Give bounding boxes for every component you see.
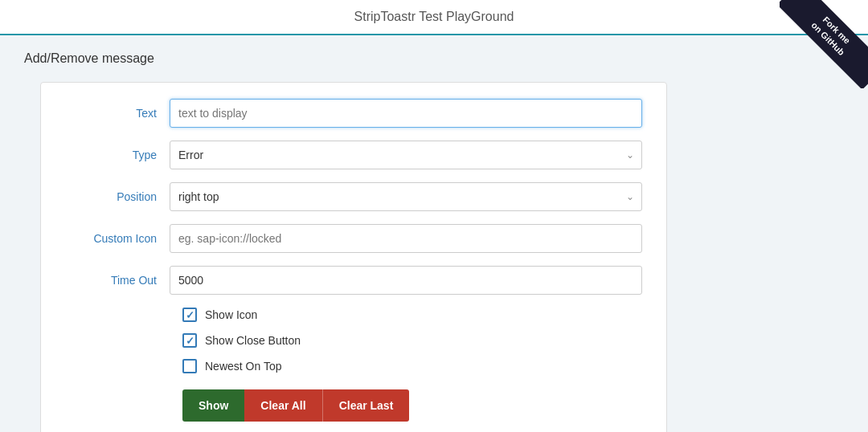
show-icon-checkmark: ✓ [186, 310, 194, 320]
type-row: Type Error Warning Success Info ⌄ [65, 141, 642, 169]
show-icon-label: Show Icon [205, 308, 257, 321]
newest-on-top-row: Newest On Top [182, 359, 642, 373]
show-close-row: ✓ Show Close Button [182, 333, 642, 348]
form-area: Text Type Error Warning Success Info ⌄ P… [40, 82, 667, 432]
newest-on-top-label: Newest On Top [205, 360, 281, 373]
clear-all-button[interactable]: Clear All [244, 389, 321, 422]
timeout-label: Time Out [65, 274, 170, 287]
fork-ribbon[interactable]: Fork meon GitHub [780, 0, 868, 88]
page-title: StripToastr Test PlayGround [354, 10, 514, 23]
position-label: Position [65, 190, 170, 203]
position-select-wrapper: right top right bottom left top left bot… [170, 182, 642, 211]
timeout-row: Time Out [65, 266, 642, 295]
buttons-row: Show Clear All Clear Last [182, 389, 642, 422]
text-row: Text [65, 99, 642, 128]
show-close-checkbox[interactable]: ✓ [182, 333, 197, 348]
type-select[interactable]: Error Warning Success Info [170, 141, 642, 169]
custom-icon-row: Custom Icon [65, 224, 642, 253]
type-select-wrapper: Error Warning Success Info ⌄ [170, 141, 642, 169]
show-close-checkmark: ✓ [186, 336, 194, 346]
newest-on-top-checkbox[interactable] [182, 359, 197, 373]
type-label: Type [65, 149, 170, 161]
custom-icon-label: Custom Icon [65, 232, 170, 245]
text-label: Text [65, 107, 170, 120]
clear-last-button[interactable]: Clear Last [322, 389, 410, 422]
position-select[interactable]: right top right bottom left top left bot… [170, 182, 642, 211]
show-icon-row: ✓ Show Icon [182, 308, 642, 322]
show-icon-checkbox[interactable]: ✓ [182, 308, 197, 322]
show-button[interactable]: Show [182, 389, 244, 422]
main-content: Add/Remove message Text Type Error Warni… [0, 35, 868, 432]
text-input[interactable] [170, 99, 642, 128]
position-row: Position right top right bottom left top… [65, 182, 642, 211]
timeout-input[interactable] [170, 266, 642, 295]
fork-ribbon-label: Fork meon GitHub [780, 0, 868, 88]
custom-icon-input[interactable] [170, 224, 642, 253]
show-close-label: Show Close Button [205, 334, 301, 347]
section-title: Add/Remove message [24, 51, 844, 66]
top-bar: StripToastr Test PlayGround [0, 0, 868, 35]
